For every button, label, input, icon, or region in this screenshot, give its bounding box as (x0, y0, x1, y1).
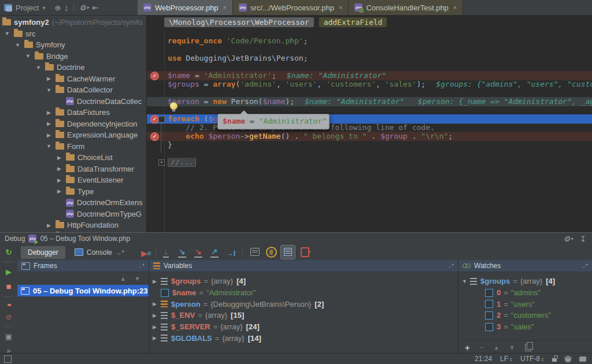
tree-toggle-icon[interactable]: ▶ (45, 76, 53, 81)
breadcrumb-class[interactable]: \Monolog\Processor\WebProcessor (164, 17, 314, 27)
expand-toggle-icon[interactable]: ▶ (153, 278, 161, 284)
tree-item-DoctrineOrmExtens[interactable]: phpDoctrineOrmExtens (0, 197, 146, 209)
tree-toggle-icon[interactable]: ▶ (56, 155, 63, 161)
chevron-down-icon[interactable]: ▾ (42, 5, 45, 11)
tree-item-DependencyInjection[interactable]: ▶DependencyInjection (0, 118, 146, 130)
tree-toggle-icon[interactable]: ▼ (14, 42, 21, 48)
folded-region[interactable]: //... (168, 158, 196, 167)
editor-tab[interactable]: phpsrc/.../WebProcessor.php× (233, 0, 349, 15)
tree-toggle-icon[interactable]: ▼ (24, 53, 32, 59)
mute-breakpoints-button[interactable]: ⊘ (3, 313, 14, 321)
tree-toggle-icon[interactable]: ▶ (45, 110, 53, 116)
breakpoint-icon[interactable]: ✓ (150, 115, 159, 124)
fold-marker-icon[interactable]: - (158, 116, 165, 122)
tree-toggle-icon[interactable]: ▼ (3, 31, 11, 36)
stop-button[interactable]: ■ (3, 281, 14, 291)
float-panel-icon[interactable]: →* (580, 263, 588, 269)
tree-item-CacheWarmer[interactable]: ▶CacheWarmer (0, 73, 146, 85)
caret-position[interactable]: 21:24 (475, 355, 492, 363)
watch-row[interactable]: 0="admins" (458, 287, 592, 299)
restore-layout-button[interactable]: ▣ (3, 332, 14, 341)
tree-item-DataTransformer[interactable]: ▶DataTransformer (0, 164, 146, 175)
tree-item-HttpFoundation[interactable]: ▶HttpFoundation (0, 220, 146, 231)
tree-toggle-icon[interactable]: ▶ (45, 121, 53, 127)
editor-tab[interactable]: phpConsoleHandlerTest.php× (349, 0, 463, 15)
fold-marker-icon[interactable]: + (158, 159, 165, 166)
watch-row[interactable]: 3="sales" (458, 321, 592, 333)
remove-watch-button[interactable]: − (480, 343, 484, 351)
line-separator-selector[interactable]: LF▲▼ (500, 355, 512, 363)
resume-button[interactable]: ▶ (3, 268, 14, 276)
event-log-bubble-icon[interactable] (579, 356, 586, 362)
expand-toggle-icon[interactable]: ▶ (153, 324, 161, 330)
collapse-all-icon[interactable]: ↨ (64, 3, 68, 12)
editor-tab[interactable]: phpWebProcessor.php× (138, 0, 233, 15)
frame-row-selected[interactable]: 05 – Debug Tool Window.php:23 (17, 285, 149, 296)
view-breakpoints-button[interactable]: ●● (3, 302, 14, 307)
breakpoint-icon[interactable]: ✓ (150, 132, 159, 141)
copy-icon[interactable] (525, 344, 531, 351)
run-to-cursor-button[interactable]: →I (224, 246, 238, 258)
xdebug-button[interactable]: @ (264, 246, 278, 258)
tree-item-ExpressionLanguage[interactable]: ▶ExpressionLanguage (0, 129, 146, 141)
tab-debugger[interactable]: Debugger (21, 246, 65, 259)
move-watch-down-button[interactable]: ▼ (509, 344, 515, 351)
tree-item-DoctrineOrmTypeG[interactable]: phpDoctrineOrmTypeG (0, 209, 146, 220)
watch-row[interactable]: 1="users" (458, 298, 592, 310)
expand-toggle-icon[interactable]: ▶ (153, 301, 161, 307)
expand-toggle-icon[interactable]: ▶ (153, 313, 161, 318)
tab-console[interactable]: Console →* (68, 246, 131, 259)
hide-tool-window-icon[interactable]: ↧ (580, 235, 586, 243)
tree-item-DataCollector[interactable]: ▼DataCollector (0, 84, 146, 96)
intention-bulb-icon[interactable] (170, 102, 177, 110)
tree-toggle-icon[interactable]: ▼ (45, 87, 53, 93)
tree-toggle-icon[interactable]: ▼ (45, 143, 53, 149)
project-selector[interactable]: Project (16, 3, 39, 12)
variable-row[interactable]: $name="Administrator" (149, 287, 458, 299)
breakpoint-icon[interactable]: ✓ (150, 72, 159, 80)
watch-row[interactable]: 2="customers" (458, 310, 592, 321)
tree-item-ChoiceList[interactable]: ▶ChoiceList (0, 152, 146, 164)
watch-row[interactable]: ▼$groups={array}[4] (458, 276, 592, 287)
force-step-into-button[interactable]: ↘ (191, 246, 205, 258)
tree-item-Type[interactable]: ▶Type (0, 186, 146, 198)
tool-window-switcher-icon[interactable] (4, 355, 12, 363)
tree-item-DoctrineDataCollec[interactable]: phpDoctrineDataCollec (0, 96, 146, 107)
tree-toggle-icon[interactable]: ▶ (45, 132, 53, 138)
inspections-hector-icon[interactable] (565, 356, 571, 362)
float-panel-icon[interactable]: →* (136, 263, 145, 269)
tree-item-Bridge[interactable]: ▼Bridge (0, 51, 146, 62)
locate-file-icon[interactable]: ⊕ (55, 3, 61, 12)
step-into-button[interactable]: ↘ (175, 246, 189, 258)
step-over-button[interactable]: ↓ (159, 246, 173, 258)
variable-row[interactable]: ▶$person={Debugging\JetBrains\Person}[2] (149, 298, 458, 310)
close-tab-icon[interactable]: × (223, 4, 227, 11)
tree-item-EventListener[interactable]: ▶EventListener (0, 174, 146, 186)
tree-root[interactable]: symfony2 (~/PhpstormProjects/symfo (0, 17, 146, 28)
previous-frame-icon[interactable]: ▲ (120, 275, 126, 282)
tree-item-Form[interactable]: ▼Form (0, 141, 146, 153)
hide-panel-icon[interactable]: ⇤ (92, 3, 99, 12)
gear-icon[interactable]: ⚙▾ (563, 235, 573, 243)
tree-toggle-icon[interactable]: ▶ (56, 177, 63, 183)
expand-toggle-icon[interactable]: ▶ (153, 335, 161, 341)
breadcrumb-method[interactable]: addExtraField (319, 17, 387, 27)
close-tab-icon[interactable]: × (339, 4, 342, 11)
variable-row[interactable]: ▶$groups={array}[4] (149, 276, 458, 287)
lock-icon[interactable] (552, 358, 557, 362)
tree-item-Doctrine[interactable]: ▼Doctrine (0, 62, 146, 73)
show-execution-point-button[interactable]: ▶≡ (139, 246, 153, 258)
expand-toggle-icon[interactable]: ▼ (462, 278, 470, 284)
close-tab-icon[interactable]: × (453, 4, 457, 11)
tree-toggle-icon[interactable]: ▶ (56, 188, 63, 194)
variable-row[interactable]: ▶$GLOBALS={array}[14] (149, 332, 458, 344)
evaluate-expression-button[interactable] (248, 246, 262, 258)
tree-toggle-icon[interactable]: ▼ (35, 65, 42, 70)
tree-toggle-icon[interactable]: ▶ (56, 166, 63, 172)
gear-icon[interactable]: ⚙▾ (79, 3, 89, 12)
variable-row[interactable]: ▶$_SERVER={array}[24] (149, 321, 458, 333)
add-watch-button[interactable]: + (465, 343, 470, 352)
tree-toggle-icon[interactable]: ▶ (45, 222, 53, 228)
encoding-selector[interactable]: UTF-8▲▼ (520, 355, 544, 363)
exit-button[interactable] (298, 246, 312, 258)
